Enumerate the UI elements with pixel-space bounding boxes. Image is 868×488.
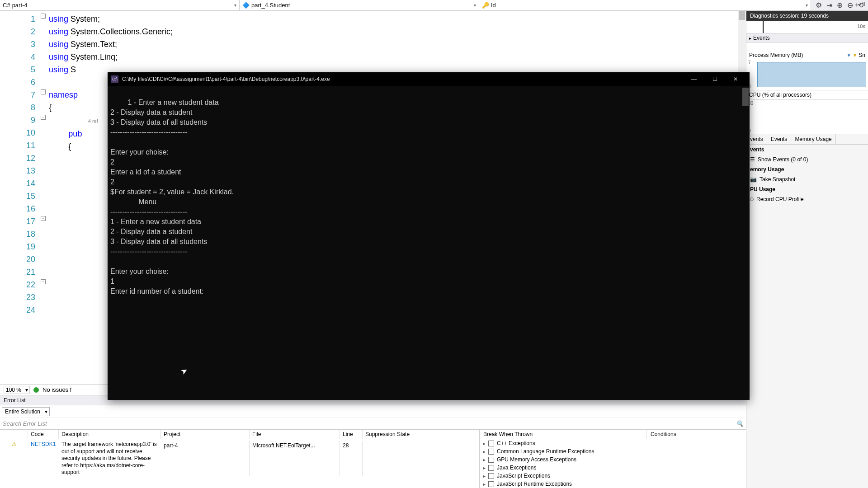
col-file[interactable]: File: [250, 430, 340, 439]
expand-icon[interactable]: ▸: [483, 441, 486, 446]
error-row[interactable]: ⚠ NETSDK1 The target framework 'netcorea…: [0, 439, 479, 478]
checkbox[interactable]: [488, 473, 494, 479]
exception-category[interactable]: ▸Java Exceptions: [480, 464, 746, 472]
expand-icon[interactable]: ▸: [483, 474, 486, 479]
codelens-references[interactable]: 4 ref: [88, 118, 98, 124]
fold-toggle[interactable]: −: [41, 216, 46, 221]
expand-icon[interactable]: ▸: [483, 449, 486, 454]
class-icon: 🔷: [242, 2, 250, 9]
col-conditions[interactable]: Conditions: [646, 430, 746, 439]
csharp-icon: C#: [3, 2, 10, 9]
fold-toggle[interactable]: −: [41, 89, 46, 94]
events-header[interactable]: ▸ Events ⏸: [746, 33, 868, 43]
show-events-link[interactable]: ☰ Show Events (0 of 0): [746, 155, 868, 164]
pause-icon[interactable]: ⏸: [861, 1, 866, 7]
zoom-selector[interactable]: 100 %: [4, 386, 30, 394]
export-icon[interactable]: ⇥: [826, 1, 832, 9]
line-number-gutter: 12345678 💡9 10111213141516 1718192021222…: [0, 11, 41, 384]
process-memory-label: Process Memory (MB): [749, 52, 803, 58]
exception-settings-panel: Break When Thrown Conditions ▸C++ Except…: [479, 430, 746, 488]
time-label: 10s: [857, 23, 865, 29]
console-output[interactable]: 1 - Enter a new student data 2 - Display…: [108, 86, 750, 400]
app-icon: C:\: [111, 75, 118, 83]
fold-toggle[interactable]: −: [41, 115, 46, 120]
tab-events-2[interactable]: Events: [767, 134, 792, 144]
checkbox[interactable]: [488, 441, 494, 446]
error-line: 28: [340, 441, 363, 476]
diagnostics-session-header: Diagnostics session: 19 seconds: [746, 11, 868, 21]
chevron-down-icon: ▾: [474, 3, 476, 8]
error-scope-dropdown[interactable]: Entire Solution: [2, 407, 50, 416]
chevron-down-icon: ▾: [806, 3, 808, 8]
col-icon[interactable]: [0, 430, 28, 439]
scope-label: part_4.Student: [251, 2, 290, 9]
collapse-icon: ▸: [749, 36, 751, 41]
add-button[interactable]: ＋: [854, 1, 860, 9]
cpu-label: CPU (% of all processors): [749, 92, 811, 98]
exception-category[interactable]: ▸C++ Exceptions: [480, 439, 746, 447]
memory-usage-header[interactable]: emory Usage: [746, 164, 868, 174]
error-code[interactable]: NETSDK1: [28, 441, 59, 476]
exception-category[interactable]: ▸JavaScript Exceptions: [480, 472, 746, 480]
console-titlebar[interactable]: C:\ C:\My files\CDI\C#\C#\asssignment1\p…: [108, 72, 750, 86]
camera-icon: 📷: [750, 176, 757, 183]
col-break-when-thrown[interactable]: Break When Thrown: [480, 430, 646, 439]
tab-memory-usage[interactable]: Memory Usage: [791, 134, 835, 144]
issues-status: No issues f: [42, 386, 71, 393]
checkbox[interactable]: [488, 465, 494, 471]
diagnostics-panel: Diagnostics session: 19 seconds 10s ▸ Ev…: [746, 11, 868, 488]
scope-dropdown-member[interactable]: 🔑 Id ▾ ＋: [479, 0, 811, 10]
minimize-button[interactable]: —: [684, 72, 704, 86]
col-code[interactable]: Code: [28, 430, 59, 439]
console-window: C:\ C:\My files\CDI\C#\C#\asssignment1\p…: [108, 72, 750, 400]
scope-dropdown-project[interactable]: C# part-4 ▾: [0, 0, 240, 10]
search-icon[interactable]: 🔍: [736, 420, 743, 427]
close-button[interactable]: ✕: [725, 72, 746, 86]
checkbox[interactable]: [488, 457, 494, 463]
scope-dropdown-class[interactable]: 🔷 part_4.Student ▾: [240, 0, 479, 10]
scope-label: part-4: [12, 2, 28, 9]
warning-icon: ⚠: [0, 441, 28, 476]
exception-category[interactable]: ▸GPU Memory Access Exceptions: [480, 455, 746, 464]
col-suppression[interactable]: Suppression State: [363, 430, 479, 439]
error-list-table: Code Description Project File Line Suppr…: [0, 430, 479, 488]
playhead-marker: [763, 21, 764, 33]
memory-chart[interactable]: 7 0: [746, 59, 868, 90]
col-project[interactable]: Project: [161, 430, 250, 439]
gc-marker-icon: ▼: [847, 53, 851, 58]
scope-label: Id: [491, 2, 496, 9]
col-line[interactable]: Line: [340, 430, 363, 439]
fold-toggle[interactable]: −: [41, 14, 46, 19]
status-ok-icon: [33, 387, 39, 393]
checkbox[interactable]: [488, 449, 494, 455]
checkbox[interactable]: [488, 481, 494, 487]
col-description[interactable]: Description: [59, 430, 161, 439]
fold-toggle[interactable]: −: [41, 279, 46, 284]
zoom-in-icon[interactable]: ⊕: [837, 1, 843, 9]
error-project: part-4: [161, 441, 250, 476]
maximize-button[interactable]: ☐: [704, 72, 725, 86]
cpu-chart[interactable]: 00 0: [746, 100, 868, 134]
exception-category[interactable]: ▸JavaScript Runtime Exceptions: [480, 480, 746, 488]
expand-icon[interactable]: ▸: [483, 482, 486, 487]
exception-category[interactable]: ▸Common Language Runtime Exceptions: [480, 447, 746, 455]
fold-column: − − − − −: [41, 11, 49, 384]
expand-icon[interactable]: ▸: [483, 457, 486, 462]
property-icon: 🔑: [482, 2, 489, 9]
search-error-input[interactable]: Search Error List: [3, 420, 47, 427]
error-file: Microsoft.NET.EolTarget...: [250, 441, 340, 476]
cpu-usage-header[interactable]: PU Usage: [746, 184, 868, 194]
record-cpu-button[interactable]: Record CPU Profile: [746, 194, 868, 204]
expand-icon[interactable]: ▸: [483, 465, 486, 470]
zoom-out-icon[interactable]: ⊖: [847, 1, 853, 9]
gear-icon[interactable]: ⚙: [816, 1, 822, 9]
console-title-text: C:\My files\CDI\C#\C#\asssignment1\part-…: [122, 76, 330, 82]
record-icon: [750, 197, 754, 201]
take-snapshot-button[interactable]: 📷 Take Snapshot: [746, 174, 868, 184]
console-scrollbar[interactable]: [742, 88, 749, 106]
diagnostics-timeline[interactable]: 10s: [746, 21, 868, 33]
error-description: The target framework 'netcoreapp3.0' is …: [59, 441, 161, 476]
events-section-header[interactable]: vents: [746, 145, 868, 155]
breadcrumb-bar: C# part-4 ▾ 🔷 part_4.Student ▾ 🔑 Id ▾ ＋ …: [0, 0, 868, 11]
filter-icon: ☰: [750, 156, 755, 163]
